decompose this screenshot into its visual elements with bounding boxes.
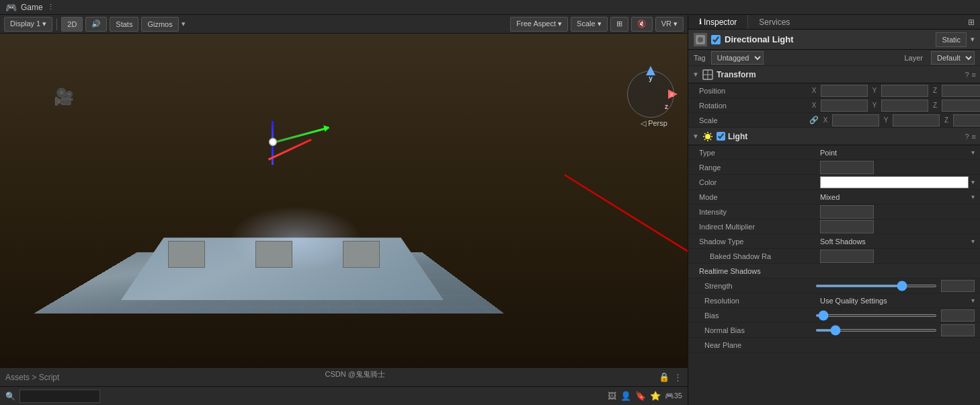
light-shadow-type-row: Shadow Type Soft Shadows ▾ (688, 234, 980, 249)
rotation-x-input[interactable]: 85.648 (821, 100, 868, 112)
type-dropdown-arrow[interactable]: ▾ (971, 149, 975, 156)
light-type-value: Point ▾ (820, 149, 975, 157)
assets-bar: Assets > Script 🔒 ⋮ (0, 367, 688, 386)
resolution-label: Resolution (699, 297, 820, 305)
search-input[interactable] (19, 390, 100, 403)
light-intensity-row: Intensity 1 (688, 205, 980, 219)
position-values: X 1.55 Y 3.09 Z 0.25 (809, 85, 980, 97)
transform-gizmo[interactable] (252, 121, 292, 161)
aspect-ratio-btn[interactable]: Free Aspect ▾ (510, 17, 568, 32)
scale-z-input[interactable]: 1 (953, 114, 980, 126)
layer-dropdown[interactable]: Default (931, 51, 975, 65)
tag-dropdown[interactable]: Untagged (711, 51, 764, 65)
gizmos-btn[interactable]: Gizmos (141, 17, 178, 32)
light-active-checkbox[interactable] (717, 132, 725, 141)
game-toolbar: Display 1 ▾ 2D 🔊 Stats Gizmos ▾ Free Asp… (0, 15, 688, 34)
transform-menu-icon[interactable]: ≡ (972, 71, 976, 79)
maximize-btn[interactable]: ⊞ (610, 17, 628, 32)
info-icon: ℹ (699, 17, 702, 26)
scale-z-label: Z (942, 116, 951, 124)
light-intensity-label: Intensity (699, 208, 820, 216)
gizmos-dropdown-icon[interactable]: ▾ (181, 20, 186, 28)
bottom-icon-3[interactable]: 🔖 (635, 391, 646, 401)
static-button[interactable]: Static (936, 32, 967, 47)
2d-btn[interactable]: 2D (61, 17, 83, 32)
svg-line-11 (704, 133, 706, 135)
light-collapse-icon: ▼ (692, 133, 699, 140)
bias-slider[interactable] (815, 314, 937, 317)
normal-bias-slider[interactable] (815, 329, 937, 332)
sound-btn[interactable]: 🔊 (85, 17, 107, 32)
persp-x-label: x (669, 91, 673, 98)
bottom-icon-1[interactable]: 🖼 (608, 391, 616, 401)
position-x-input[interactable]: 1.55 (821, 85, 868, 97)
transform-icon (702, 69, 714, 81)
vr-btn[interactable]: VR ▾ (655, 17, 684, 32)
normal-bias-number[interactable]: 0.4 (941, 324, 975, 336)
rot-y-label: Y (870, 102, 879, 109)
tab-services[interactable]: Services (748, 15, 963, 29)
more-options-icon[interactable]: ⋮ (47, 3, 54, 11)
persp-mode-label[interactable]: ◁ Persp (627, 119, 681, 128)
stats-btn[interactable]: Stats (110, 17, 138, 32)
intensity-input[interactable]: 1 (820, 205, 874, 219)
light-color-row: Color ▾ (688, 175, 980, 190)
resolution-dropdown-arrow[interactable]: ▾ (971, 297, 975, 304)
game-tab-label[interactable]: Game (21, 3, 43, 12)
strength-slider[interactable] (815, 285, 937, 287)
pos-y-label: Y (870, 87, 879, 94)
indirect-input[interactable]: 1 (820, 220, 874, 233)
expand-icon: ⊞ (968, 17, 975, 27)
object-active-checkbox[interactable] (711, 35, 721, 44)
svg-line-13 (710, 133, 711, 135)
mute-btn[interactable]: 🔇 (631, 17, 653, 32)
perspective-gizmo[interactable]: y x z ◁ Persp (627, 71, 681, 124)
scale-y-input[interactable]: 1 (893, 114, 940, 126)
object-name[interactable]: Directional Light (725, 34, 932, 44)
light-range-row: Range 10 (688, 160, 980, 175)
baked-shadow-input[interactable]: 0 (820, 250, 874, 263)
light-type-text: Point (820, 149, 969, 157)
transform-component-header[interactable]: ▼ Transform ? ≡ (688, 66, 980, 83)
toolbar-separator (56, 18, 57, 30)
rotation-y-input[interactable]: -151.771 (881, 100, 928, 112)
bottom-icon-2[interactable]: 👤 (620, 391, 631, 401)
transform-collapse-icon: ▼ (692, 71, 699, 78)
mode-dropdown-arrow[interactable]: ▾ (971, 193, 975, 200)
color-swatch[interactable] (820, 176, 969, 188)
tag-label: Tag (694, 54, 706, 62)
pos-z-label: Z (930, 87, 940, 94)
rot-x-label: X (809, 102, 819, 109)
range-input[interactable]: 10 (820, 161, 874, 174)
bottom-icon-4[interactable]: ⭐ (650, 391, 661, 401)
light-component-header[interactable]: ▼ Light ? ≡ (688, 128, 980, 145)
light-shadow-type-label: Shadow Type (699, 237, 820, 246)
shadow-type-dropdown-arrow[interactable]: ▾ (971, 237, 975, 245)
scale-btn[interactable]: Scale ▾ (571, 17, 608, 32)
bias-number[interactable]: 0.05 (941, 309, 975, 322)
position-y-input[interactable]: 3.09 (881, 85, 928, 97)
game-bottom-menu-icon[interactable]: ⋮ (673, 372, 682, 382)
transform-help-icon[interactable]: ? (965, 71, 969, 79)
scale-lock-icon[interactable]: 🔗 (809, 116, 819, 124)
scene-area[interactable]: 🎥 y x z ◁ Persp (0, 34, 688, 367)
color-dropdown-arrow[interactable]: ▾ (971, 178, 975, 186)
tab-options[interactable]: ⊞ (963, 15, 980, 29)
light-menu-icon[interactable]: ≡ (972, 133, 976, 141)
game-view: Display 1 ▾ 2D 🔊 Stats Gizmos ▾ Free Asp… (0, 15, 688, 405)
persp-y-cone (646, 66, 655, 75)
tab-inspector[interactable]: ℹ Inspector (688, 15, 748, 29)
light-range-value: 10 (820, 161, 975, 174)
realtime-shadows-label: Realtime Shadows (699, 267, 820, 275)
light-type-row: Type Point ▾ (688, 145, 980, 160)
cube-object-1 (168, 241, 205, 268)
static-dropdown-arrow[interactable]: ▾ (971, 35, 975, 44)
display-dropdown-btn[interactable]: Display 1 ▾ (4, 17, 52, 32)
rotation-z-input[interactable]: -124.32 (942, 100, 980, 112)
top-bar: 🎮 Game ⋮ (0, 0, 980, 15)
position-z-input[interactable]: 0.25 (942, 85, 980, 97)
inspector-panel: ℹ Inspector Services ⊞ Directional Light… (688, 15, 980, 405)
scale-x-input[interactable]: 1 (832, 114, 879, 126)
light-help-icon[interactable]: ? (965, 133, 969, 141)
strength-number[interactable]: 0.732 (941, 280, 975, 292)
